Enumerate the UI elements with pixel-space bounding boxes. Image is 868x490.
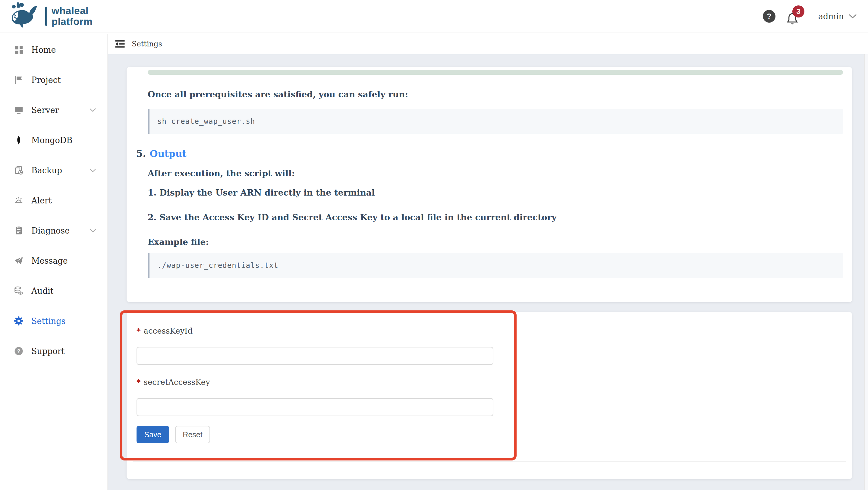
credentials-form-card: *accessKeyId *secretAccessKey Save Reset xyxy=(127,312,852,479)
notifications-button[interactable]: 3 xyxy=(786,8,800,25)
reset-button[interactable]: Reset xyxy=(175,426,210,443)
form-divider xyxy=(133,461,846,462)
required-marker: * xyxy=(136,377,141,387)
code-block: sh create_wap_user.sh xyxy=(148,109,843,134)
scrollbar-track[interactable] xyxy=(864,54,868,490)
brand-name: whaleal platform xyxy=(52,5,93,27)
page-title: Settings xyxy=(132,40,162,48)
paper-plane-icon xyxy=(14,256,24,266)
main-content: Settings Once all prerequisites are sati… xyxy=(108,34,868,490)
help-icon[interactable]: ? xyxy=(763,10,775,23)
sidebar-item-label: MongoDB xyxy=(31,135,72,145)
sidebar-item-project[interactable]: Project xyxy=(0,65,107,95)
gear-icon xyxy=(14,316,24,326)
monitor-icon xyxy=(14,105,24,115)
documentation-card: Once all prerequisites are satisfied, yo… xyxy=(127,67,852,302)
sidebar-item-mongodb[interactable]: MongoDB xyxy=(0,125,107,155)
sidebar-item-label: Project xyxy=(31,75,61,85)
mongodb-leaf-icon xyxy=(14,135,24,145)
sidebar-item-home[interactable]: Home xyxy=(0,35,107,65)
username: admin xyxy=(818,12,844,21)
form-item-secret-access-key: *secretAccessKey xyxy=(136,377,852,416)
access-key-id-input[interactable] xyxy=(136,347,493,365)
secret-access-key-label: *secretAccessKey xyxy=(136,377,852,387)
chevron-down-icon xyxy=(90,169,96,172)
whale-logo-icon xyxy=(8,1,41,31)
field-label-text: secretAccessKey xyxy=(144,377,210,387)
doc-paragraph: After execution, the script will: xyxy=(148,168,843,179)
menu-fold-icon[interactable] xyxy=(115,39,125,49)
sidebar-item-label: Message xyxy=(31,256,68,266)
sidebar-item-label: Server xyxy=(31,105,59,115)
form-actions: Save Reset xyxy=(136,426,852,443)
sidebar-item-label: Diagnose xyxy=(31,226,70,235)
sidebar-item-label: Settings xyxy=(31,316,65,326)
doc-list-item: 1. Display the User ARN directly in the … xyxy=(148,187,843,198)
doc-paragraph: Example file: xyxy=(148,237,843,248)
sidebar-item-label: Audit xyxy=(31,286,54,296)
brand-line2: platform xyxy=(52,16,93,27)
question-circle-icon: ? xyxy=(14,346,24,356)
sidebar-item-server[interactable]: Server xyxy=(0,95,107,125)
brand-logo: whaleal platform xyxy=(0,0,93,33)
sidebar-item-alert[interactable]: Alert xyxy=(0,185,107,215)
sidebar-item-label: Alert xyxy=(31,196,52,205)
sidebar-item-audit[interactable]: Audit xyxy=(0,276,107,306)
required-marker: * xyxy=(136,326,141,335)
section-number: 5. xyxy=(136,148,146,159)
sidebar-item-backup[interactable]: Backup xyxy=(0,155,107,185)
sidebar-item-label: Support xyxy=(31,346,64,356)
output-section-link[interactable]: Output xyxy=(150,148,186,159)
content-scroll-area: Once all prerequisites are satisfied, yo… xyxy=(108,54,868,490)
user-menu[interactable]: admin xyxy=(818,12,857,21)
brand-line1: whaleal xyxy=(52,5,93,16)
code-text: sh create_wap_user.sh xyxy=(157,117,255,126)
doc-section-heading: 5.Output xyxy=(136,148,843,160)
app-root: whaleal platform ? 3 admin xyxy=(0,0,868,490)
content-topbar: Settings xyxy=(108,34,868,54)
secret-access-key-input[interactable] xyxy=(136,398,493,416)
logo-divider xyxy=(45,7,47,26)
code-text: ./wap-user_credentials.txt xyxy=(157,261,278,270)
credentials-form: *accessKeyId *secretAccessKey Save Reset xyxy=(127,312,852,443)
backup-copy-icon xyxy=(14,165,24,175)
sidebar-item-label: Backup xyxy=(31,166,62,175)
chevron-down-icon xyxy=(90,108,96,112)
alarm-icon xyxy=(14,195,24,205)
clipboard-icon xyxy=(14,226,24,235)
code-block: ./wap-user_credentials.txt xyxy=(148,253,843,278)
doc-list-item: 2. Save the Access Key ID and Secret Acc… xyxy=(148,212,843,223)
sidebar-item-support[interactable]: ? Support xyxy=(0,336,107,366)
app-header: whaleal platform ? 3 admin xyxy=(0,0,868,33)
question-glyph: ? xyxy=(17,348,21,355)
sidebar: Home Project Server xyxy=(0,34,107,490)
sidebar-item-diagnose[interactable]: Diagnose xyxy=(0,215,107,246)
save-button[interactable]: Save xyxy=(136,426,169,443)
chevron-down-icon xyxy=(90,229,96,233)
doc-paragraph: Once all prerequisites are satisfied, yo… xyxy=(148,89,843,100)
chevron-down-icon xyxy=(849,14,857,19)
flag-icon xyxy=(14,75,24,85)
sidebar-item-label: Home xyxy=(31,45,56,55)
grid-icon xyxy=(14,45,24,55)
sidebar-item-message[interactable]: Message xyxy=(0,246,107,276)
truncated-success-block xyxy=(148,70,843,75)
access-key-id-label: *accessKeyId xyxy=(136,326,852,336)
notification-badge: 3 xyxy=(792,5,804,18)
database-eye-icon xyxy=(14,286,24,296)
form-item-access-key-id: *accessKeyId xyxy=(136,326,852,365)
sidebar-item-settings[interactable]: Settings xyxy=(0,306,107,336)
header-actions: ? 3 admin xyxy=(763,8,868,25)
field-label-text: accessKeyId xyxy=(144,326,193,335)
